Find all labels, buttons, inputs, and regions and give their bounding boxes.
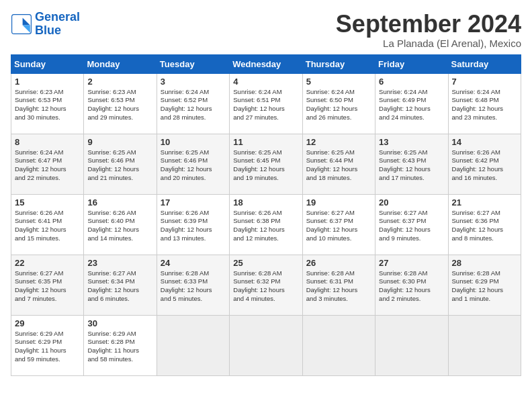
day-number: 26 — [306, 258, 371, 268]
cell-info: Sunrise: 6:27 AMSunset: 6:37 PMDaylight:… — [379, 209, 444, 243]
cell-info: Sunrise: 6:25 AMSunset: 6:44 PMDaylight:… — [306, 148, 371, 183]
cell-info: Sunrise: 6:25 AMSunset: 6:46 PMDaylight:… — [87, 148, 152, 183]
calendar-cell: 26Sunrise: 6:28 AMSunset: 6:31 PMDayligh… — [302, 255, 375, 315]
day-number: 23 — [87, 258, 152, 268]
cell-info: Sunrise: 6:26 AMSunset: 6:41 PMDaylight:… — [15, 209, 80, 243]
cell-info: Sunrise: 6:25 AMSunset: 6:45 PMDaylight:… — [233, 148, 298, 183]
logo-text: General Blue — [35, 11, 80, 38]
cell-info: Sunrise: 6:24 AMSunset: 6:49 PMDaylight:… — [379, 88, 444, 122]
cell-info: Sunrise: 6:27 AMSunset: 6:37 PMDaylight:… — [306, 209, 371, 243]
logo-icon — [11, 13, 32, 35]
col-sunday: Sunday — [11, 54, 84, 73]
day-number: 22 — [15, 258, 80, 268]
calendar-cell: 5Sunrise: 6:24 AMSunset: 6:50 PMDaylight… — [302, 73, 375, 134]
calendar-week-4: 29Sunrise: 6:29 AMSunset: 6:29 PMDayligh… — [11, 315, 521, 375]
calendar-week-2: 15Sunrise: 6:26 AMSunset: 6:41 PMDayligh… — [11, 194, 521, 255]
cell-info: Sunrise: 6:27 AMSunset: 6:36 PMDaylight:… — [452, 209, 517, 243]
col-wednesday: Wednesday — [230, 54, 302, 73]
calendar-cell: 21Sunrise: 6:27 AMSunset: 6:36 PMDayligh… — [448, 194, 521, 255]
calendar-cell: 7Sunrise: 6:24 AMSunset: 6:48 PMDaylight… — [448, 73, 521, 134]
cell-info: Sunrise: 6:24 AMSunset: 6:52 PMDaylight:… — [161, 88, 226, 122]
calendar-cell: 16Sunrise: 6:26 AMSunset: 6:40 PMDayligh… — [84, 194, 157, 255]
day-number: 16 — [87, 197, 152, 208]
day-number: 5 — [306, 77, 371, 87]
title-area: September 2024 La Planada (El Arenal), M… — [336, 11, 521, 49]
calendar-cell: 11Sunrise: 6:25 AMSunset: 6:45 PMDayligh… — [230, 134, 302, 194]
calendar-cell — [375, 315, 448, 375]
calendar-cell: 19Sunrise: 6:27 AMSunset: 6:37 PMDayligh… — [302, 194, 375, 255]
calendar-cell: 1Sunrise: 6:23 AMSunset: 6:53 PMDaylight… — [11, 73, 84, 134]
calendar-cell: 15Sunrise: 6:26 AMSunset: 6:41 PMDayligh… — [11, 194, 84, 255]
day-number: 11 — [233, 137, 298, 147]
cell-info: Sunrise: 6:28 AMSunset: 6:32 PMDaylight:… — [233, 269, 298, 304]
day-number: 25 — [233, 258, 298, 268]
calendar-week-3: 22Sunrise: 6:27 AMSunset: 6:35 PMDayligh… — [11, 255, 521, 315]
cell-info: Sunrise: 6:26 AMSunset: 6:39 PMDaylight:… — [161, 209, 226, 243]
calendar-cell: 30Sunrise: 6:29 AMSunset: 6:28 PMDayligh… — [84, 315, 157, 375]
day-number: 14 — [452, 137, 517, 147]
calendar-cell: 24Sunrise: 6:28 AMSunset: 6:33 PMDayligh… — [157, 255, 229, 315]
day-number: 8 — [15, 137, 80, 147]
day-number: 20 — [379, 197, 444, 208]
day-number: 12 — [306, 137, 371, 147]
header: General Blue September 2024 La Planada (… — [11, 11, 521, 49]
day-number: 19 — [306, 197, 371, 208]
day-number: 29 — [15, 318, 80, 328]
calendar-cell — [448, 315, 521, 375]
calendar-cell: 8Sunrise: 6:24 AMSunset: 6:47 PMDaylight… — [11, 134, 84, 194]
cell-info: Sunrise: 6:26 AMSunset: 6:40 PMDaylight:… — [87, 209, 152, 243]
calendar-cell: 20Sunrise: 6:27 AMSunset: 6:37 PMDayligh… — [375, 194, 448, 255]
calendar-cell: 17Sunrise: 6:26 AMSunset: 6:39 PMDayligh… — [157, 194, 229, 255]
col-friday: Friday — [375, 54, 448, 73]
cell-info: Sunrise: 6:24 AMSunset: 6:48 PMDaylight:… — [452, 88, 517, 122]
calendar-cell: 18Sunrise: 6:26 AMSunset: 6:38 PMDayligh… — [230, 194, 302, 255]
cell-info: Sunrise: 6:23 AMSunset: 6:53 PMDaylight:… — [87, 88, 152, 122]
calendar-cell: 13Sunrise: 6:25 AMSunset: 6:43 PMDayligh… — [375, 134, 448, 194]
cell-info: Sunrise: 6:27 AMSunset: 6:35 PMDaylight:… — [15, 269, 80, 304]
cell-info: Sunrise: 6:28 AMSunset: 6:30 PMDaylight:… — [379, 269, 444, 304]
day-number: 3 — [161, 77, 226, 87]
day-number: 10 — [161, 137, 226, 147]
day-number: 28 — [452, 258, 517, 268]
day-number: 6 — [379, 77, 444, 87]
logo-line1: General — [35, 10, 80, 24]
cell-info: Sunrise: 6:28 AMSunset: 6:33 PMDaylight:… — [161, 269, 226, 304]
cell-info: Sunrise: 6:26 AMSunset: 6:42 PMDaylight:… — [452, 148, 517, 183]
calendar-cell — [157, 315, 229, 375]
calendar-cell: 6Sunrise: 6:24 AMSunset: 6:49 PMDaylight… — [375, 73, 448, 134]
col-saturday: Saturday — [448, 54, 521, 73]
day-number: 4 — [233, 77, 298, 87]
day-number: 30 — [87, 318, 152, 328]
calendar-cell: 12Sunrise: 6:25 AMSunset: 6:44 PMDayligh… — [302, 134, 375, 194]
cell-info: Sunrise: 6:28 AMSunset: 6:29 PMDaylight:… — [452, 269, 517, 304]
day-number: 13 — [379, 137, 444, 147]
day-number: 2 — [87, 77, 152, 87]
cell-info: Sunrise: 6:24 AMSunset: 6:51 PMDaylight:… — [233, 88, 298, 122]
cell-info: Sunrise: 6:26 AMSunset: 6:38 PMDaylight:… — [233, 209, 298, 243]
calendar-cell: 2Sunrise: 6:23 AMSunset: 6:53 PMDaylight… — [84, 73, 157, 134]
calendar-cell: 23Sunrise: 6:27 AMSunset: 6:34 PMDayligh… — [84, 255, 157, 315]
cell-info: Sunrise: 6:29 AMSunset: 6:28 PMDaylight:… — [87, 330, 152, 364]
day-number: 9 — [87, 137, 152, 147]
calendar-week-0: 1Sunrise: 6:23 AMSunset: 6:53 PMDaylight… — [11, 73, 521, 134]
calendar-week-1: 8Sunrise: 6:24 AMSunset: 6:47 PMDaylight… — [11, 134, 521, 194]
cell-info: Sunrise: 6:29 AMSunset: 6:29 PMDaylight:… — [15, 330, 80, 364]
calendar-cell: 14Sunrise: 6:26 AMSunset: 6:42 PMDayligh… — [448, 134, 521, 194]
calendar-cell: 10Sunrise: 6:25 AMSunset: 6:46 PMDayligh… — [157, 134, 229, 194]
cell-info: Sunrise: 6:27 AMSunset: 6:34 PMDaylight:… — [87, 269, 152, 304]
day-number: 7 — [452, 77, 517, 87]
col-thursday: Thursday — [302, 54, 375, 73]
day-number: 17 — [161, 197, 226, 208]
calendar-cell: 25Sunrise: 6:28 AMSunset: 6:32 PMDayligh… — [230, 255, 302, 315]
logo: General Blue — [11, 11, 80, 38]
location: La Planada (El Arenal), Mexico — [336, 38, 521, 49]
day-number: 18 — [233, 197, 298, 208]
month-title: September 2024 — [336, 11, 521, 38]
calendar-cell: 9Sunrise: 6:25 AMSunset: 6:46 PMDaylight… — [84, 134, 157, 194]
calendar-cell: 27Sunrise: 6:28 AMSunset: 6:30 PMDayligh… — [375, 255, 448, 315]
cell-info: Sunrise: 6:24 AMSunset: 6:50 PMDaylight:… — [306, 88, 371, 122]
cell-info: Sunrise: 6:25 AMSunset: 6:46 PMDaylight:… — [161, 148, 226, 183]
cell-info: Sunrise: 6:23 AMSunset: 6:53 PMDaylight:… — [15, 88, 80, 122]
day-number: 15 — [15, 197, 80, 208]
cell-info: Sunrise: 6:28 AMSunset: 6:31 PMDaylight:… — [306, 269, 371, 304]
